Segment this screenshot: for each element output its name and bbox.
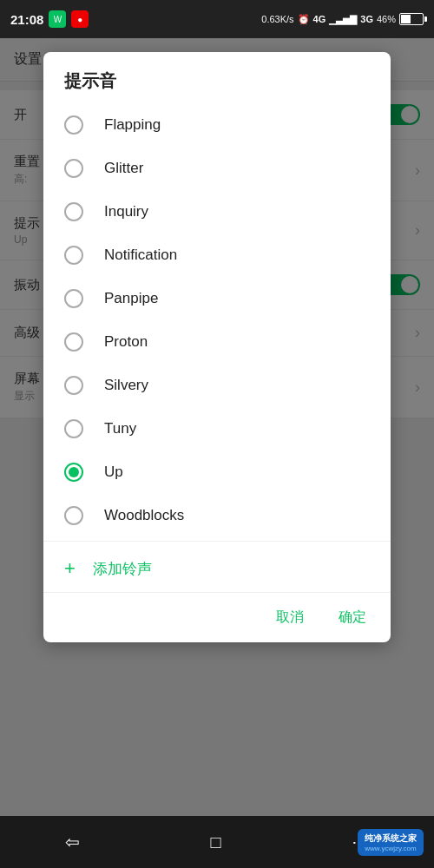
dialog-divider xyxy=(43,541,391,542)
logo-text-bot: www.ycwjzy.com xyxy=(365,845,417,852)
radio-label-proton: Proton xyxy=(104,333,148,351)
status-time: 21:08 xyxy=(10,12,43,27)
radio-circle-proton xyxy=(64,332,83,352)
radio-label-woodblocks: Woodblocks xyxy=(104,507,184,524)
radio-item-silvery[interactable]: Silvery xyxy=(43,364,391,407)
radio-item-tuny[interactable]: Tuny xyxy=(43,407,391,450)
logo-text-top: 纯净系统之家 xyxy=(365,832,417,845)
network-4g: 4G xyxy=(313,14,326,24)
radio-circle-woodblocks xyxy=(64,506,83,525)
radio-label-silvery: Silvery xyxy=(104,377,148,394)
radio-label-notification: Notification xyxy=(104,247,177,264)
battery-icon xyxy=(399,13,424,25)
radio-label-up: Up xyxy=(104,464,123,481)
bottom-nav: ⇦ □ ⋯ 纯净系统之家 www.ycwjzy.com xyxy=(0,816,434,868)
wechat-icon: W xyxy=(49,10,66,28)
radio-circle-notification xyxy=(64,246,83,265)
radio-circle-panpipe xyxy=(64,289,83,308)
logo-area: 纯净系统之家 www.ycwjzy.com xyxy=(347,816,434,868)
add-icon: + xyxy=(64,557,76,580)
radio-item-proton[interactable]: Proton xyxy=(43,320,391,364)
network-3g: 3G xyxy=(360,14,373,24)
radio-circle-flapping xyxy=(64,115,83,135)
radio-label-tuny: Tuny xyxy=(104,420,136,437)
redbook-icon: ● xyxy=(71,10,89,28)
radio-circle-tuny xyxy=(64,419,83,438)
radio-item-up[interactable]: Up xyxy=(43,450,391,494)
radio-item-flapping[interactable]: Flapping xyxy=(43,103,391,147)
ringtone-dialog: 提示音 FlappingGlitterInquiryNotificationPa… xyxy=(43,52,391,642)
net-speed: 0.63K/s xyxy=(261,14,293,24)
status-bar: 21:08 W ● 0.63K/s ⏰ 4G ▁▃▅▇ 3G 46% xyxy=(0,0,434,38)
radio-item-notification[interactable]: Notification xyxy=(43,233,391,277)
logo-badge: 纯净系统之家 www.ycwjzy.com xyxy=(358,829,424,856)
status-right: 0.63K/s ⏰ 4G ▁▃▅▇ 3G 46% xyxy=(261,13,424,25)
radio-circle-glitter xyxy=(64,159,83,178)
radio-item-glitter[interactable]: Glitter xyxy=(43,147,391,190)
cancel-button[interactable]: 取消 xyxy=(269,603,311,632)
alarm-icon: ⏰ xyxy=(298,14,310,25)
confirm-button[interactable]: 确定 xyxy=(332,603,373,632)
radio-label-panpipe: Panpipe xyxy=(104,290,158,307)
home-button[interactable]: □ xyxy=(193,825,238,859)
status-left: 21:08 W ● xyxy=(10,10,89,28)
radio-label-inquiry: Inquiry xyxy=(104,203,148,220)
add-ringtone-label: 添加铃声 xyxy=(93,559,152,579)
add-ringtone-button[interactable]: + 添加铃声 xyxy=(43,545,391,592)
radio-circle-silvery xyxy=(64,376,83,395)
radio-item-woodblocks[interactable]: Woodblocks xyxy=(43,494,391,537)
radio-circle-inquiry xyxy=(64,202,83,221)
dialog-list: FlappingGlitterInquiryNotificationPanpip… xyxy=(43,103,391,537)
radio-label-flapping: Flapping xyxy=(104,116,161,134)
dialog-title: 提示音 xyxy=(43,52,391,103)
radio-label-glitter: Glitter xyxy=(104,160,143,177)
dialog-actions: 取消 确定 xyxy=(43,592,391,642)
back-button[interactable]: ⇦ xyxy=(48,825,97,859)
radio-item-panpipe[interactable]: Panpipe xyxy=(43,277,391,320)
signal-bars: ▁▃▅▇ xyxy=(329,14,357,25)
battery-percent: 46% xyxy=(377,14,396,24)
radio-circle-up xyxy=(64,463,83,482)
radio-item-inquiry[interactable]: Inquiry xyxy=(43,190,391,233)
